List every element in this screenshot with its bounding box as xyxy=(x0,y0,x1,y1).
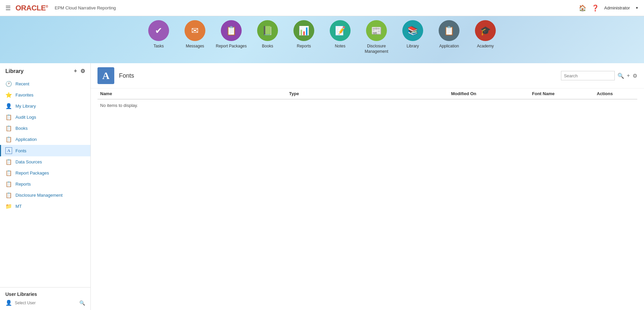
nav-item-notes[interactable]: 📝Notes xyxy=(323,20,357,49)
sidebar-label-books: Books xyxy=(15,126,28,131)
report-packages-sidebar-icon: 📋 xyxy=(5,170,12,176)
nav-item-books[interactable]: 📗Books xyxy=(251,20,284,49)
oracle-logo: ORACLE® xyxy=(15,4,48,12)
tasks-nav-icon: ✔ xyxy=(148,20,169,41)
library-nav-icon: 📚 xyxy=(402,20,423,41)
sidebar-label-report-packages: Report Packages xyxy=(15,170,49,176)
search-input[interactable] xyxy=(561,71,615,80)
user-menu[interactable]: Administrator xyxy=(604,5,630,10)
favorites-sidebar-icon: ⭐ xyxy=(5,92,12,98)
settings-icon[interactable]: ⚙ xyxy=(633,73,637,79)
sidebar: Library + ⚙ 🕐Recent⭐Favorites👤My Library… xyxy=(0,63,91,310)
hero-navigation: ✔Tasks✉Messages📋Report Packages📗Books📊Re… xyxy=(0,16,644,63)
sidebar-label-fonts: Fonts xyxy=(15,148,27,153)
sidebar-item-audit-logs[interactable]: 📋Audit Logs xyxy=(0,112,90,123)
academy-nav-label: Academy xyxy=(477,44,494,49)
nav-item-disclosure-management[interactable]: 📰Disclosure Management xyxy=(360,20,393,54)
add-font-icon[interactable]: + xyxy=(627,73,630,79)
sidebar-label-data-sources: Data Sources xyxy=(15,159,42,164)
nav-item-library[interactable]: 📚Library xyxy=(396,20,430,49)
sidebar-label-disclosure-management: Disclosure Management xyxy=(15,193,63,198)
empty-message: No items to display. xyxy=(97,100,637,111)
sidebar-footer: User Libraries 👤 🔍 xyxy=(0,287,90,310)
search-icon[interactable]: 🔍 xyxy=(617,73,624,79)
sidebar-label-recent: Recent xyxy=(15,81,29,86)
nav-item-report-packages[interactable]: 📋Report Packages xyxy=(214,20,248,49)
hamburger-menu[interactable]: ☰ xyxy=(5,4,11,12)
notes-nav-label: Notes xyxy=(335,44,345,49)
top-bar: ☰ ORACLE® EPM Cloud Narrative Reporting … xyxy=(0,0,644,16)
nav-item-academy[interactable]: 🎓Academy xyxy=(469,20,502,49)
content-title: Fonts xyxy=(119,72,134,79)
mt-sidebar-icon: 📁 xyxy=(5,203,12,209)
content-area: A Fonts 🔍 + ⚙ Name Type Modified On Font… xyxy=(91,63,644,310)
sidebar-add-icon[interactable]: + xyxy=(74,68,77,74)
reports-sidebar-icon: 📋 xyxy=(5,181,12,187)
nav-item-tasks[interactable]: ✔Tasks xyxy=(142,20,175,49)
col-header-actions: Actions xyxy=(594,88,638,99)
content-header-actions: 🔍 + ⚙ xyxy=(561,71,637,80)
sidebar-item-mt[interactable]: 📁MT xyxy=(0,201,90,212)
disclosure-management-nav-label: Disclosure Management xyxy=(360,44,393,54)
user-dropdown-icon[interactable]: ▼ xyxy=(635,6,639,10)
audit-logs-sidebar-icon: 📋 xyxy=(5,114,12,120)
disclosure-management-nav-icon: 📰 xyxy=(366,20,387,41)
top-right-actions: 🏠 ❓ Administrator ▼ xyxy=(579,4,639,12)
main-layout: Library + ⚙ 🕐Recent⭐Favorites👤My Library… xyxy=(0,63,644,310)
reports-nav-label: Reports xyxy=(297,44,311,49)
user-search-icon[interactable]: 🔍 xyxy=(79,300,85,306)
content-header: A Fonts 🔍 + ⚙ xyxy=(91,63,644,88)
user-avatar-icon: 👤 xyxy=(5,300,12,306)
user-libraries-title: User Libraries xyxy=(5,292,85,297)
nav-item-messages[interactable]: ✉Messages xyxy=(178,20,212,49)
application-sidebar-icon: 📋 xyxy=(5,136,12,143)
home-icon[interactable]: 🏠 xyxy=(579,4,586,12)
library-nav-label: Library xyxy=(407,44,419,49)
my-library-sidebar-icon: 👤 xyxy=(5,103,12,109)
sidebar-item-disclosure-management[interactable]: 📋Disclosure Management xyxy=(0,190,90,201)
sidebar-title: Library xyxy=(5,68,24,74)
select-user-input[interactable] xyxy=(15,301,65,305)
col-header-fontname: Font Name xyxy=(529,88,594,99)
sidebar-item-my-library[interactable]: 👤My Library xyxy=(0,101,90,112)
col-header-name: Name xyxy=(97,88,286,99)
books-sidebar-icon: 📋 xyxy=(5,125,12,131)
sidebar-item-reports[interactable]: 📋Reports xyxy=(0,179,90,190)
sidebar-label-application: Application xyxy=(15,137,37,142)
app-title: EPM Cloud Narrative Reporting xyxy=(55,5,116,10)
help-icon[interactable]: ❓ xyxy=(592,4,599,12)
sidebar-settings-icon[interactable]: ⚙ xyxy=(80,68,85,74)
col-header-modified: Modified On xyxy=(448,88,529,99)
sidebar-label-my-library: My Library xyxy=(15,104,36,109)
sidebar-item-data-sources[interactable]: 📋Data Sources xyxy=(0,156,90,167)
sidebar-nav: 🕐Recent⭐Favorites👤My Library📋Audit Logs📋… xyxy=(0,77,90,287)
sidebar-header: Library + ⚙ xyxy=(0,63,90,77)
application-nav-label: Application xyxy=(439,44,459,49)
sidebar-label-mt: MT xyxy=(15,204,22,209)
application-nav-icon: 📋 xyxy=(439,20,459,41)
sidebar-item-fonts[interactable]: AFonts xyxy=(0,145,90,156)
sidebar-label-favorites: Favorites xyxy=(15,92,33,98)
fonts-sidebar-icon: A xyxy=(5,147,12,154)
col-header-type: Type xyxy=(286,88,448,99)
recent-sidebar-icon: 🕐 xyxy=(5,81,12,87)
report-packages-nav-icon: 📋 xyxy=(221,20,242,41)
sidebar-item-favorites[interactable]: ⭐Favorites xyxy=(0,89,90,101)
reports-nav-icon: 📊 xyxy=(293,20,314,41)
sidebar-item-books[interactable]: 📋Books xyxy=(0,123,90,134)
books-nav-icon: 📗 xyxy=(257,20,278,41)
sidebar-item-recent[interactable]: 🕐Recent xyxy=(0,78,90,89)
nav-item-reports[interactable]: 📊Reports xyxy=(287,20,321,49)
fonts-table: Name Type Modified On Font Name Actions xyxy=(97,88,637,100)
table-container: Name Type Modified On Font Name Actions … xyxy=(91,88,644,310)
academy-nav-icon: 🎓 xyxy=(475,20,496,41)
sidebar-item-application[interactable]: 📋Application xyxy=(0,134,90,145)
sidebar-item-report-packages[interactable]: 📋Report Packages xyxy=(0,167,90,179)
nav-item-application[interactable]: 📋Application xyxy=(432,20,466,49)
sidebar-header-icons: + ⚙ xyxy=(74,68,85,74)
disclosure-management-sidebar-icon: 📋 xyxy=(5,192,12,198)
data-sources-sidebar-icon: 📋 xyxy=(5,159,12,165)
sidebar-label-reports: Reports xyxy=(15,182,31,187)
tasks-nav-label: Tasks xyxy=(154,44,164,49)
notes-nav-icon: 📝 xyxy=(330,20,351,41)
